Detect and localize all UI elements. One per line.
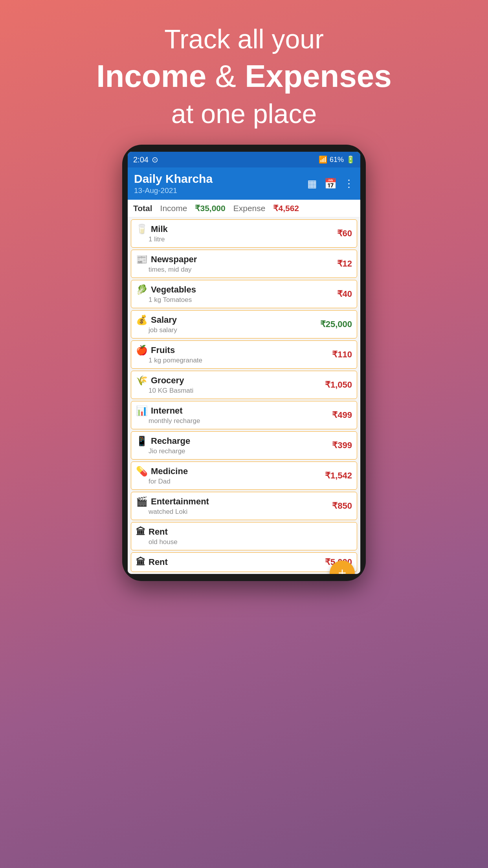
tx-name: Rent bbox=[149, 557, 168, 567]
summary-expense-value: ₹4,562 bbox=[273, 204, 299, 213]
phone-device: 2:04 ⊙ 📶 61% 🔋 Daily Kharcha 13-Aug-2021… bbox=[122, 145, 366, 581]
battery-icon: 🔋 bbox=[346, 155, 355, 164]
tx-name: Fruits bbox=[151, 345, 175, 355]
whatsapp-icon: ⊙ bbox=[152, 155, 158, 164]
more-vert-icon[interactable]: ⋮ bbox=[344, 178, 354, 190]
promo-line3: at one place bbox=[96, 98, 391, 129]
tx-name: Rent bbox=[149, 527, 168, 537]
tx-name-row: 📰Newspaper bbox=[136, 254, 197, 265]
tx-category-icon: 🏛 bbox=[136, 526, 145, 537]
transaction-item[interactable]: 🎬Entertainmentwatched Loki₹850 bbox=[131, 492, 357, 520]
promo-line1: Track all your bbox=[96, 24, 391, 54]
app-bar: Daily Kharcha 13-Aug-2021 ▦ 📅 ⋮ bbox=[128, 167, 360, 200]
tx-left: 📱RechargeJio recharge bbox=[136, 436, 190, 455]
tx-category-icon: 💰 bbox=[136, 314, 148, 326]
promo-income: Income bbox=[96, 59, 206, 94]
tx-left: 💊Medicinefor Dad bbox=[136, 466, 188, 485]
battery-text: 61% bbox=[330, 156, 344, 164]
tx-left: 🌾Grocery10 KG Basmati bbox=[136, 375, 193, 395]
tx-name-row: 🏛Rent bbox=[136, 526, 178, 537]
app-bar-left: Daily Kharcha 13-Aug-2021 bbox=[134, 172, 213, 195]
tx-name: Salary bbox=[151, 315, 177, 325]
tx-left: 🏛Rentold house bbox=[136, 526, 178, 546]
tx-amount: ₹60 bbox=[337, 228, 352, 239]
app-title: Daily Kharcha bbox=[134, 172, 213, 186]
tx-amount: ₹25,000 bbox=[320, 319, 352, 329]
tx-amount: ₹399 bbox=[332, 440, 352, 451]
tx-name-row: 📱Recharge bbox=[136, 436, 190, 447]
tx-category-icon: 🎬 bbox=[136, 496, 148, 507]
app-date: 13-Aug-2021 bbox=[134, 186, 213, 195]
summary-expense-label: Expense bbox=[233, 204, 266, 213]
tx-category-icon: 🥛 bbox=[136, 224, 148, 235]
calendar-icon[interactable]: 📅 bbox=[324, 178, 337, 190]
tx-name-row: 🏛Rent bbox=[136, 557, 168, 568]
phone-screen: 2:04 ⊙ 📶 61% 🔋 Daily Kharcha 13-Aug-2021… bbox=[128, 152, 360, 574]
transaction-item[interactable]: 📊Internetmonthly recharge₹499 bbox=[131, 401, 357, 429]
tx-description: times, mid day bbox=[136, 266, 197, 274]
tx-amount: ₹12 bbox=[337, 259, 352, 269]
tx-name: Milk bbox=[151, 224, 168, 234]
tx-category-icon: 💊 bbox=[136, 466, 148, 477]
status-right: 📶 61% 🔋 bbox=[319, 155, 355, 164]
tx-description: 1 litre bbox=[136, 235, 168, 243]
tx-name-row: 📊Internet bbox=[136, 405, 200, 416]
status-bar: 2:04 ⊙ 📶 61% 🔋 bbox=[128, 152, 360, 167]
tx-description: watched Loki bbox=[136, 508, 209, 516]
app-bar-icons: ▦ 📅 ⋮ bbox=[307, 178, 354, 190]
tx-left: 📰Newspapertimes, mid day bbox=[136, 254, 197, 274]
transaction-item[interactable]: 🍎Fruits1 kg pomegranate₹110 bbox=[131, 340, 357, 369]
tx-category-icon: 🍎 bbox=[136, 345, 148, 356]
tx-name-row: 🥬Vegetables bbox=[136, 284, 196, 295]
tx-category-icon: 📱 bbox=[136, 436, 148, 447]
tx-description: job salary bbox=[136, 326, 177, 334]
promo-expenses: Expenses bbox=[245, 59, 392, 94]
tx-left: 🥬Vegetables1 kg Tomatoes bbox=[136, 284, 196, 304]
tx-name: Vegetables bbox=[151, 285, 196, 295]
summary-total-label: Total bbox=[133, 204, 152, 213]
tx-amount: ₹1,542 bbox=[325, 471, 352, 481]
tx-amount: ₹40 bbox=[337, 289, 352, 299]
tx-category-icon: 🏛 bbox=[136, 557, 145, 568]
tx-description: 1 kg Tomatoes bbox=[136, 296, 196, 304]
tx-name: Entertainment bbox=[151, 497, 209, 507]
transaction-item[interactable]: 💰Salaryjob salary₹25,000 bbox=[131, 310, 357, 338]
summary-income-label: Income bbox=[160, 204, 187, 213]
transaction-item[interactable]: 📰Newspapertimes, mid day₹12 bbox=[131, 250, 357, 278]
signal-icon: 📶 bbox=[319, 155, 327, 164]
summary-row: Total Income ₹35,000 Expense ₹4,562 bbox=[128, 200, 360, 217]
tx-amount: ₹1,050 bbox=[325, 380, 352, 390]
tx-name: Recharge bbox=[151, 436, 190, 446]
tx-left: 🍎Fruits1 kg pomegranate bbox=[136, 345, 202, 364]
tx-category-icon: 🥬 bbox=[136, 284, 148, 295]
tx-left: 🏛Rent bbox=[136, 557, 168, 568]
tx-left: 🥛Milk1 litre bbox=[136, 224, 168, 243]
transaction-item[interactable]: 🏛Rent₹5,000 bbox=[131, 552, 357, 572]
transaction-item[interactable]: 📱RechargeJio recharge₹399 bbox=[131, 431, 357, 460]
tx-description: Jio recharge bbox=[136, 447, 190, 455]
tx-name: Newspaper bbox=[151, 254, 197, 265]
tx-name-row: 🥛Milk bbox=[136, 224, 168, 235]
transaction-item[interactable]: 🥛Milk1 litre₹60 bbox=[131, 219, 357, 248]
transaction-item[interactable]: 🌾Grocery10 KG Basmati₹1,050 bbox=[131, 371, 357, 399]
tx-description: old house bbox=[136, 538, 178, 546]
tx-amount: ₹110 bbox=[332, 349, 352, 360]
tx-left: 📊Internetmonthly recharge bbox=[136, 405, 200, 425]
promo-line2: Income & Expenses bbox=[96, 58, 391, 94]
tx-left: 💰Salaryjob salary bbox=[136, 314, 177, 334]
tx-description: for Dad bbox=[136, 478, 188, 485]
tx-category-icon: 📰 bbox=[136, 254, 148, 265]
transaction-item[interactable]: 💊Medicinefor Dad₹1,542 bbox=[131, 462, 357, 490]
transaction-item[interactable]: 🏛Rentold house bbox=[131, 522, 357, 550]
promo-section: Track all your Income & Expenses at one … bbox=[65, 0, 423, 141]
tx-name: Internet bbox=[151, 406, 183, 416]
tx-category-icon: 🌾 bbox=[136, 375, 148, 386]
tx-name: Medicine bbox=[151, 466, 188, 476]
tx-category-icon: 📊 bbox=[136, 405, 148, 416]
status-left: 2:04 ⊙ bbox=[133, 155, 158, 164]
tx-name: Grocery bbox=[151, 375, 184, 386]
bar-chart-icon[interactable]: ▦ bbox=[307, 178, 317, 190]
transaction-list: 🥛Milk1 litre₹60📰Newspapertimes, mid day₹… bbox=[128, 217, 360, 574]
tx-description: 1 kg pomegranate bbox=[136, 357, 202, 364]
transaction-item[interactable]: 🥬Vegetables1 kg Tomatoes₹40 bbox=[131, 280, 357, 308]
